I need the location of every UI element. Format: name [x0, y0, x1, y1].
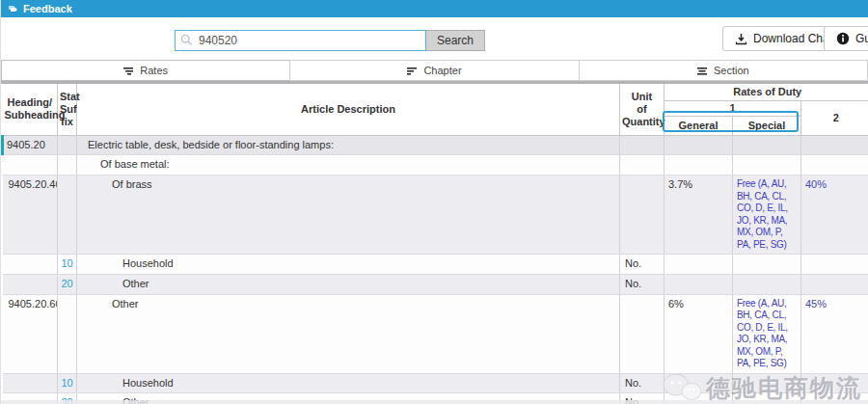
- col-header-duty-1: 1: [665, 100, 801, 116]
- general-rate-cell: [665, 155, 733, 175]
- stat-suffix-cell[interactable]: 10: [58, 255, 77, 275]
- special-rate-cell[interactable]: [733, 135, 801, 155]
- tab-rates[interactable]: Rates: [1, 60, 290, 81]
- feedback-label: Feedback: [23, 3, 72, 14]
- heading-subheading-cell: 9405.20.40: [3, 175, 58, 255]
- heading-subheading-cell: 9405.20.60: [3, 294, 58, 373]
- special-rate-cell[interactable]: [733, 155, 801, 175]
- stat-suffix-cell[interactable]: 10: [58, 373, 77, 393]
- col-header-rates-of-duty: Rates of Duty: [665, 84, 868, 100]
- unit-of-quantity-cell: No.: [620, 255, 665, 275]
- table-row: Of base metal:: [3, 155, 868, 175]
- list-icon: [697, 67, 708, 75]
- feedback-tag-icon: [8, 4, 18, 13]
- rate2-cell: [801, 135, 868, 155]
- col-header-article-description: Article Description: [77, 84, 620, 135]
- rates-table: Heading/ Subheading Stat Suf fix Article…: [1, 84, 868, 404]
- horizontal-scrollbar[interactable]: [1, 400, 868, 404]
- special-rate-cell[interactable]: [733, 255, 801, 275]
- general-rate-cell: [665, 255, 733, 275]
- unit-of-quantity-cell: [620, 135, 665, 155]
- toolbar: Search Download Chapter Guide: [1, 17, 868, 60]
- article-description-cell: Other: [77, 294, 620, 373]
- article-description-cell: Of brass: [77, 175, 620, 255]
- stat-suffix-cell[interactable]: [58, 155, 77, 175]
- table-row: 9405.20.40 Of brass 3.7% Free (A, AU, BH…: [3, 175, 868, 255]
- general-rate-cell: 6%: [665, 294, 733, 373]
- stat-suffix-cell[interactable]: [58, 294, 77, 373]
- search-input[interactable]: [175, 30, 426, 51]
- table-row: 10 Household No.: [3, 373, 868, 393]
- table-row: 9405.20 Electric table, desk, bedside or…: [3, 135, 868, 155]
- unit-of-quantity-cell: No.: [620, 373, 665, 393]
- col-header-heading: Heading/ Subheading: [3, 84, 58, 135]
- unit-of-quantity-cell: [620, 175, 665, 255]
- tab-chapter[interactable]: Chapter: [289, 60, 579, 81]
- general-rate-cell: 3.7%: [665, 175, 733, 255]
- search-icon: [180, 34, 193, 46]
- table-row: 9405.20.60 Other 6% Free (A, AU, BH, CA,…: [3, 294, 868, 373]
- view-tabs: Rates Chapter Section: [1, 60, 868, 81]
- rate2-cell: [801, 155, 868, 175]
- list-icon: [123, 67, 134, 75]
- special-rate-cell[interactable]: Free (A, AU, BH, CA, CL, CO, D, E, IL, J…: [733, 294, 801, 373]
- rate2-cell: 45%: [801, 294, 868, 373]
- guide-label: Guide: [855, 32, 868, 45]
- tab-chapter-label: Chapter: [423, 65, 461, 76]
- article-description-cell: Of base metal:: [77, 155, 620, 175]
- table-body: 9405.20 Electric table, desk, bedside or…: [3, 135, 868, 404]
- rate2-cell: [801, 373, 868, 393]
- stat-suffix-cell[interactable]: [58, 135, 77, 155]
- search-button[interactable]: Search: [426, 30, 485, 51]
- article-description-cell: Electric table, desk, bedside or floor-s…: [77, 135, 620, 155]
- hts-app-window: Feedback Search Dow: [0, 0, 868, 404]
- col-header-general: General: [665, 116, 733, 135]
- col-header-duty-2: 2: [801, 100, 868, 135]
- heading-subheading-cell: [3, 255, 58, 275]
- general-rate-cell: [665, 135, 733, 155]
- heading-subheading-cell: [3, 155, 58, 175]
- table-header: Heading/ Subheading Stat Suf fix Article…: [3, 84, 868, 135]
- unit-of-quantity-cell: No.: [620, 274, 665, 294]
- table-row: 10 Household No.: [3, 255, 868, 275]
- article-description-cell: Other: [77, 274, 620, 294]
- heading-subheading-cell: 9405.20: [3, 135, 58, 155]
- article-description-cell: Household: [77, 373, 620, 393]
- special-rate-cell[interactable]: [733, 274, 801, 294]
- general-rate-cell: [665, 274, 733, 294]
- download-icon: [735, 33, 747, 45]
- list-icon: [407, 67, 418, 75]
- heading-subheading-cell: [3, 274, 58, 294]
- tab-section-label: Section: [714, 65, 749, 76]
- rate2-cell: 40%: [801, 175, 868, 255]
- stat-suffix-cell[interactable]: 20: [58, 274, 77, 294]
- col-header-unit-of-quantity: Unit of Quantity: [620, 84, 665, 135]
- search-group: Search: [175, 30, 485, 51]
- tab-section[interactable]: Section: [579, 60, 868, 81]
- tab-rates-label: Rates: [140, 65, 168, 76]
- guide-button[interactable]: Guide: [824, 26, 868, 51]
- rate2-cell: [801, 255, 868, 275]
- special-rate-cell[interactable]: Free (A, AU, BH, CA, CL, CO, D, E, IL, J…: [733, 175, 801, 255]
- article-description-cell: Household: [77, 255, 620, 275]
- col-header-special: Special: [733, 116, 801, 135]
- info-icon: [836, 32, 850, 45]
- heading-subheading-cell: [3, 373, 58, 393]
- general-rate-cell: [665, 373, 733, 393]
- unit-of-quantity-cell: [620, 294, 665, 373]
- unit-of-quantity-cell: [620, 155, 665, 175]
- col-header-stat-suffix: Stat Suf fix: [58, 84, 77, 135]
- special-rate-cell[interactable]: [733, 373, 801, 393]
- rate2-cell: [801, 274, 868, 294]
- table-row: 20 Other No.: [3, 274, 868, 294]
- feedback-bar[interactable]: Feedback: [1, 0, 868, 17]
- stat-suffix-cell[interactable]: [58, 175, 77, 255]
